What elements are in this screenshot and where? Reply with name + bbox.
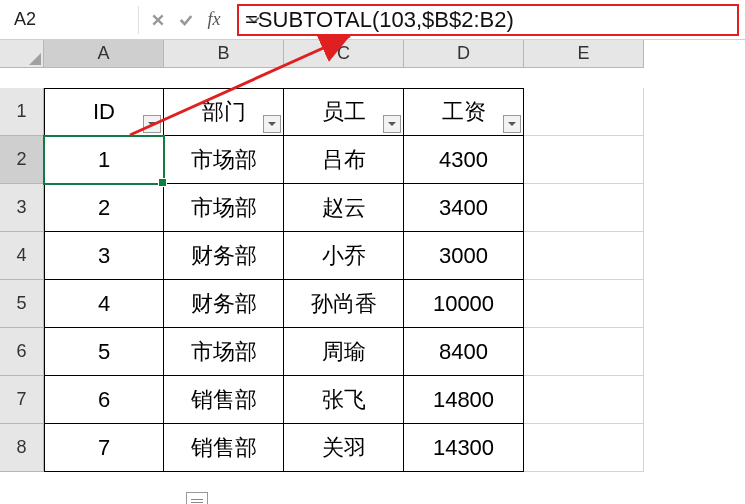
filter-button-A[interactable]: [143, 115, 161, 133]
cell-B5-text: 财务部: [191, 289, 257, 319]
cell-C8[interactable]: 关羽: [284, 424, 404, 472]
cell-C6-text: 周瑜: [322, 337, 366, 367]
cell-A1[interactable]: ID: [44, 88, 164, 136]
cell-A7[interactable]: 6: [44, 376, 164, 424]
row-header-7[interactable]: 7: [0, 376, 44, 424]
cell-C4[interactable]: 小乔: [284, 232, 404, 280]
cell-A2[interactable]: 1: [44, 136, 164, 184]
cell-A5-text: 4: [98, 291, 110, 317]
row-header-6[interactable]: 6: [0, 328, 44, 376]
cell-B3[interactable]: 市场部: [164, 184, 284, 232]
cell-C4-text: 小乔: [322, 241, 366, 271]
cell-B4-text: 财务部: [191, 241, 257, 271]
cell-E7[interactable]: [524, 376, 644, 424]
cell-C1-text: 员工: [322, 97, 366, 127]
cell-A3[interactable]: 2: [44, 184, 164, 232]
cell-A2-text: 1: [98, 147, 110, 173]
cell-D2[interactable]: 4300: [404, 136, 524, 184]
cell-B4[interactable]: 财务部: [164, 232, 284, 280]
row-header-3[interactable]: 3: [0, 184, 44, 232]
cell-A8[interactable]: 7: [44, 424, 164, 472]
cell-D5[interactable]: 10000: [404, 280, 524, 328]
cell-C8-text: 关羽: [322, 433, 366, 463]
cell-E1[interactable]: [524, 88, 644, 136]
cell-C2[interactable]: 吕布: [284, 136, 404, 184]
cell-B8[interactable]: 销售部: [164, 424, 284, 472]
cell-A4[interactable]: 3: [44, 232, 164, 280]
cell-E5[interactable]: [524, 280, 644, 328]
col-header-D[interactable]: D: [404, 40, 524, 68]
cell-E2[interactable]: [524, 136, 644, 184]
col-header-E[interactable]: E: [524, 40, 644, 68]
cell-D1[interactable]: 工资: [404, 88, 524, 136]
cell-D4[interactable]: 3000: [404, 232, 524, 280]
cell-B7[interactable]: 销售部: [164, 376, 284, 424]
cell-B6[interactable]: 市场部: [164, 328, 284, 376]
cell-C5-text: 孙尚香: [311, 289, 377, 319]
cell-B7-text: 销售部: [191, 385, 257, 415]
cancel-icon[interactable]: [145, 7, 171, 33]
cell-C7[interactable]: 张飞: [284, 376, 404, 424]
cell-D8[interactable]: 14300: [404, 424, 524, 472]
cell-D8-text: 14300: [433, 435, 494, 461]
cell-D7[interactable]: 14800: [404, 376, 524, 424]
formula-bar: fx =SUBTOTAL(103,$B$2:B2): [0, 0, 745, 40]
cell-C3-text: 赵云: [322, 193, 366, 223]
cell-D3-text: 3400: [439, 195, 488, 221]
cell-B5[interactable]: 财务部: [164, 280, 284, 328]
row-header-8[interactable]: 8: [0, 424, 44, 472]
select-all-corner[interactable]: [0, 40, 44, 68]
insert-function-icon[interactable]: fx: [201, 7, 227, 33]
cell-C2-text: 吕布: [322, 145, 366, 175]
cell-D3[interactable]: 3400: [404, 184, 524, 232]
col-header-A[interactable]: A: [44, 40, 164, 68]
cell-D4-text: 3000: [439, 243, 488, 269]
cell-A4-text: 3: [98, 243, 110, 269]
cell-A6[interactable]: 5: [44, 328, 164, 376]
cell-B2-text: 市场部: [191, 145, 257, 175]
cell-E4[interactable]: [524, 232, 644, 280]
cell-B6-text: 市场部: [191, 337, 257, 367]
cell-D5-text: 10000: [433, 291, 494, 317]
formula-input[interactable]: =SUBTOTAL(103,$B$2:B2): [237, 4, 739, 36]
cell-D1-text: 工资: [442, 97, 486, 127]
filter-button-D[interactable]: [503, 115, 521, 133]
cell-E3[interactable]: [524, 184, 644, 232]
cell-C6[interactable]: 周瑜: [284, 328, 404, 376]
cell-A6-text: 5: [98, 339, 110, 365]
col-header-B[interactable]: B: [164, 40, 284, 68]
cell-C7-text: 张飞: [322, 385, 366, 415]
cell-A8-text: 7: [98, 435, 110, 461]
cell-E8[interactable]: [524, 424, 644, 472]
worksheet-grid: A B C D E 1 ID 部门 员工 工资 2 1 市场部 吕布 4300 …: [0, 40, 745, 472]
cell-A5[interactable]: 4: [44, 280, 164, 328]
cell-B2[interactable]: 市场部: [164, 136, 284, 184]
cell-C1[interactable]: 员工: [284, 88, 404, 136]
name-box-container: [4, 5, 134, 35]
cell-E6[interactable]: [524, 328, 644, 376]
cell-D6[interactable]: 8400: [404, 328, 524, 376]
cell-D6-text: 8400: [439, 339, 488, 365]
cell-A3-text: 2: [98, 195, 110, 221]
cell-A1-text: ID: [93, 99, 115, 125]
autofill-options-icon[interactable]: [186, 492, 208, 504]
cell-D2-text: 4300: [439, 147, 488, 173]
row-header-1[interactable]: 1: [0, 88, 44, 136]
cell-B1-text: 部门: [202, 97, 246, 127]
row-header-2[interactable]: 2: [0, 136, 44, 184]
filter-button-C[interactable]: [383, 115, 401, 133]
filter-button-B[interactable]: [263, 115, 281, 133]
enter-icon[interactable]: [173, 7, 199, 33]
cell-B3-text: 市场部: [191, 193, 257, 223]
cell-C3[interactable]: 赵云: [284, 184, 404, 232]
cell-C5[interactable]: 孙尚香: [284, 280, 404, 328]
col-header-C[interactable]: C: [284, 40, 404, 68]
cell-B8-text: 销售部: [191, 433, 257, 463]
formula-bar-buttons: fx: [138, 6, 233, 34]
row-header-4[interactable]: 4: [0, 232, 44, 280]
cell-A7-text: 6: [98, 387, 110, 413]
row-header-5[interactable]: 5: [0, 280, 44, 328]
cell-D7-text: 14800: [433, 387, 494, 413]
cell-B1[interactable]: 部门: [164, 88, 284, 136]
